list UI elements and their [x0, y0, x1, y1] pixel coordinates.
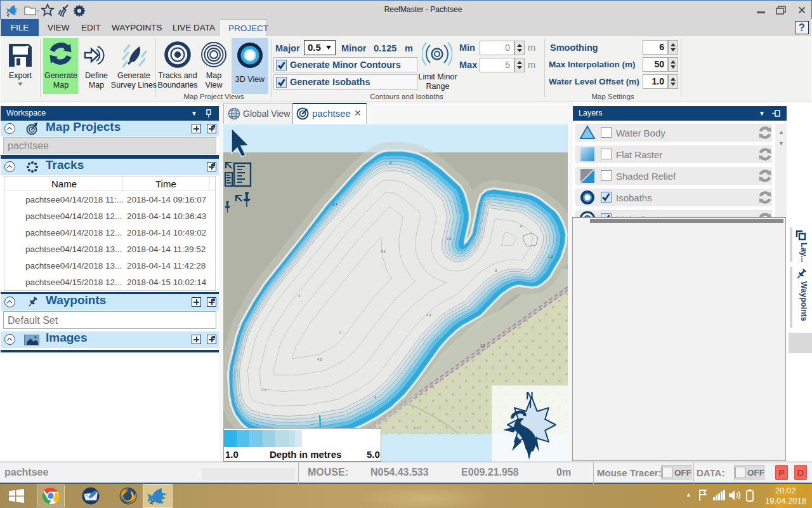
- svg-text:4: 4: [339, 331, 341, 335]
- svg-text:4.5: 4.5: [317, 358, 322, 361]
- svg-text:3: 3: [298, 294, 300, 298]
- svg-text:2.1: 2.1: [414, 426, 419, 430]
- svg-text:N: N: [526, 391, 534, 401]
- svg-text:3: 3: [495, 269, 497, 272]
- svg-text:1.4: 1.4: [332, 203, 337, 206]
- svg-text:1.3: 1.3: [548, 255, 553, 258]
- svg-text:Depth in metres: Depth in metres: [270, 449, 341, 460]
- svg-text:2.3: 2.3: [447, 237, 452, 241]
- svg-text:4.3: 4.3: [381, 250, 386, 253]
- svg-text:4.4: 4.4: [426, 313, 431, 317]
- svg-text:2.2: 2.2: [261, 388, 266, 392]
- svg-text:4: 4: [374, 396, 376, 399]
- svg-text:1.0: 1.0: [225, 449, 239, 460]
- svg-text:2: 2: [390, 161, 391, 164]
- svg-text:4: 4: [520, 224, 522, 228]
- svg-text:5.0: 5.0: [367, 449, 380, 460]
- svg-text:3.5: 3.5: [480, 344, 485, 347]
